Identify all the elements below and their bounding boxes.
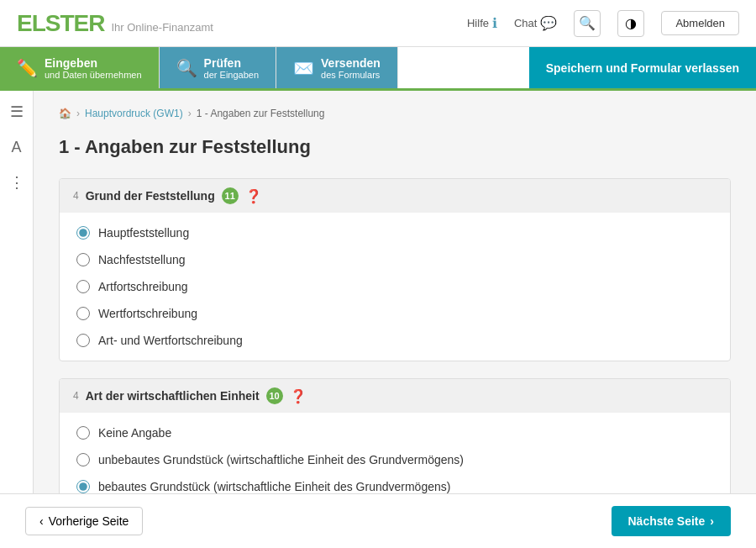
- eingeben-icon: ✏️: [17, 58, 38, 78]
- radio-wertfortschreibung[interactable]: [76, 307, 90, 320]
- option-keine-angabe[interactable]: Keine Angabe: [60, 419, 730, 446]
- section-num-1: 4: [73, 190, 79, 202]
- more-icon[interactable]: ⋮: [4, 170, 29, 195]
- chat-icon: 💬: [540, 15, 557, 31]
- eingeben-sub: und Daten übernehmen: [45, 70, 142, 80]
- section-badge-1: 11: [222, 187, 239, 204]
- header: ELSTER Ihr Online-Finanzamt Hilfe ℹ Chat…: [0, 0, 756, 47]
- header-nav: Hilfe ℹ Chat 💬 🔍 ◑ Abmelden: [467, 10, 739, 37]
- text-icon[interactable]: A: [4, 134, 29, 160]
- menu-icon[interactable]: ☰: [4, 99, 29, 124]
- section-grund-feststellung: 4 Grund der Feststellung 11 ❓ Hauptfests…: [59, 178, 731, 361]
- section-header-1: 4 Grund der Feststellung 11 ❓: [60, 179, 730, 213]
- option-artfortschreibung[interactable]: Artfortschreibung: [60, 273, 730, 300]
- search-button[interactable]: 🔍: [574, 10, 601, 37]
- breadcrumb-current: 1 - Angaben zur Feststellung: [197, 108, 325, 119]
- option-hauptfeststellung[interactable]: Hauptfeststellung: [60, 219, 730, 246]
- logo: ELSTER Ihr Online-Finanzamt: [17, 10, 213, 37]
- option-nachfeststellung[interactable]: Nachfeststellung: [60, 246, 730, 273]
- main-content: 🏠 › Hauptvordruck (GW1) › 1 - Angaben zu…: [34, 91, 756, 493]
- radio-hauptfeststellung[interactable]: [76, 226, 90, 240]
- top-nav: ✏️ Eingeben und Daten übernehmen 🔍 Prüfe…: [0, 47, 756, 91]
- help-icon: ℹ: [492, 15, 497, 31]
- logo-text: ELSTER: [17, 10, 104, 37]
- radio-options-1: Hauptfeststellung Nachfeststellung Artfo…: [60, 213, 730, 361]
- pruefen-label: Prüfen: [204, 56, 259, 70]
- radio-options-2: Keine Angabe unbebautes Grundstück (wirt…: [60, 413, 730, 493]
- radio-bebautes-grundstueck[interactable]: [76, 480, 90, 493]
- next-button[interactable]: Nächste Seite ›: [612, 506, 732, 536]
- option-bebautes-grundstueck[interactable]: bebautes Grundstück (wirtschaftliche Ein…: [60, 473, 730, 493]
- nav-versenden[interactable]: ✉️ Versenden des Formulars: [276, 47, 398, 88]
- hilfe-link[interactable]: Hilfe ℹ: [467, 15, 497, 31]
- logo-tagline: Ihr Online-Finanzamt: [111, 21, 213, 34]
- home-icon[interactable]: 🏠: [59, 108, 71, 119]
- option-hauptfeststellung-label: Hauptfeststellung: [98, 226, 189, 240]
- contrast-button[interactable]: ◑: [617, 10, 644, 37]
- bottom-nav: ‹ Vorherige Seite Nächste Seite ›: [0, 493, 756, 548]
- info-icon-1[interactable]: ❓: [245, 188, 262, 204]
- option-art-wertfortschreibung[interactable]: Art- und Wertfortschreibung: [60, 327, 730, 354]
- option-art-wertfortschreibung-label: Art- und Wertfortschreibung: [98, 334, 243, 347]
- option-unbebautes-grundstueck[interactable]: unbebautes Grundstück (wirtschaftliche E…: [60, 446, 730, 473]
- radio-nachfeststellung[interactable]: [76, 253, 90, 266]
- option-nachfeststellung-label: Nachfeststellung: [98, 253, 186, 266]
- option-keine-angabe-label: Keine Angabe: [98, 426, 171, 440]
- option-wertfortschreibung[interactable]: Wertfortschreibung: [60, 300, 730, 327]
- pruefen-icon: 🔍: [176, 58, 197, 78]
- info-icon-2[interactable]: ❓: [290, 388, 307, 404]
- section-num-2: 4: [73, 390, 79, 402]
- option-unbebautes-label: unbebautes Grundstück (wirtschaftliche E…: [98, 453, 464, 466]
- breadcrumb-hauptvordruck[interactable]: Hauptvordruck (GW1): [85, 108, 183, 119]
- pruefen-sub: der Eingaben: [204, 70, 259, 80]
- nav-eingeben[interactable]: ✏️ Eingeben und Daten übernehmen: [0, 47, 160, 88]
- breadcrumb: 🏠 › Hauptvordruck (GW1) › 1 - Angaben zu…: [59, 108, 731, 119]
- eingeben-label: Eingeben: [45, 56, 142, 70]
- page-title: 1 - Angaben zur Feststellung: [59, 136, 731, 158]
- search-icon: 🔍: [579, 15, 596, 31]
- radio-keine-angabe[interactable]: [76, 426, 90, 440]
- radio-art-wertfortschreibung[interactable]: [76, 334, 90, 347]
- section-badge-2: 10: [266, 387, 283, 404]
- speichern-button[interactable]: Speichern und Formular verlassen: [529, 47, 756, 88]
- option-bebautes-label: bebautes Grundstück (wirtschaftliche Ein…: [98, 480, 450, 493]
- section-art-wirtschaft: 4 Art der wirtschaftlichen Einheit 10 ❓ …: [59, 378, 731, 493]
- section-title-1: Grund der Feststellung: [86, 189, 215, 203]
- chevron-right-icon: ›: [710, 514, 714, 528]
- contrast-icon: ◑: [625, 15, 637, 31]
- nav-pruefen[interactable]: 🔍 Prüfen der Eingaben: [160, 47, 276, 88]
- section-header-2: 4 Art der wirtschaftlichen Einheit 10 ❓: [60, 379, 730, 413]
- chevron-left-icon: ‹: [39, 514, 44, 528]
- section-title-2: Art der wirtschaftlichen Einheit: [86, 389, 260, 403]
- radio-artfortschreibung[interactable]: [76, 280, 90, 293]
- option-wertfortschreibung-label: Wertfortschreibung: [98, 307, 197, 320]
- versenden-icon: ✉️: [293, 58, 314, 78]
- left-sidebar: ☰ A ⋮: [0, 91, 34, 493]
- chat-link[interactable]: Chat 💬: [514, 15, 557, 31]
- versenden-label: Versenden: [321, 56, 381, 70]
- option-artfortschreibung-label: Artfortschreibung: [98, 280, 188, 293]
- versenden-sub: des Formulars: [321, 70, 381, 80]
- abmelden-button[interactable]: Abmelden: [661, 11, 739, 35]
- prev-button[interactable]: ‹ Vorherige Seite: [25, 507, 143, 535]
- radio-unbebautes-grundstueck[interactable]: [76, 453, 90, 466]
